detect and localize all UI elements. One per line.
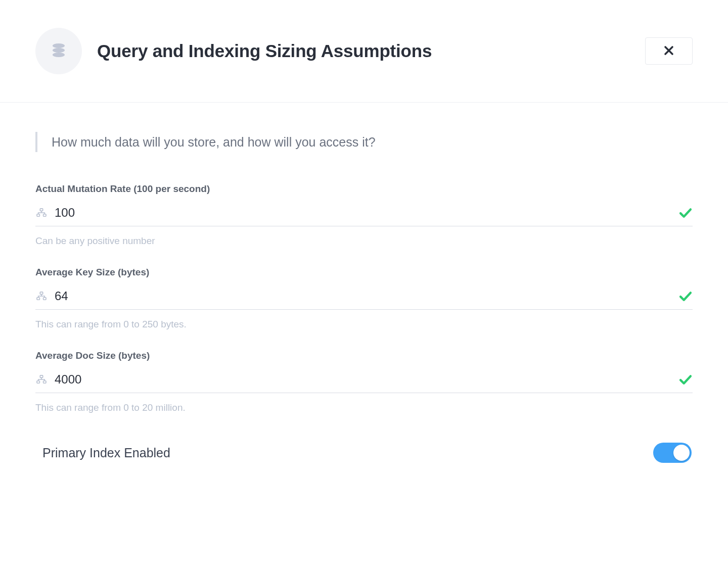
modal-body: How much data will you store, and how wi… bbox=[0, 103, 728, 492]
input-row bbox=[35, 202, 693, 226]
field-hint-mutation-rate: Can be any positive number bbox=[35, 235, 693, 247]
svg-rect-6 bbox=[40, 292, 42, 295]
field-label-avg-doc-size: Average Doc Size (bytes) bbox=[35, 350, 693, 361]
check-icon bbox=[678, 207, 693, 219]
database-icon bbox=[35, 28, 82, 74]
sitemap-icon bbox=[35, 291, 48, 301]
close-button[interactable] bbox=[645, 37, 693, 65]
header-left: Query and Indexing Sizing Assumptions bbox=[35, 28, 432, 74]
svg-point-1 bbox=[53, 48, 65, 53]
field-mutation-rate: Actual Mutation Rate (100 per second) bbox=[35, 183, 693, 247]
svg-rect-7 bbox=[37, 298, 39, 300]
svg-rect-8 bbox=[43, 298, 46, 300]
avg-doc-size-input[interactable] bbox=[55, 371, 671, 388]
svg-rect-3 bbox=[40, 209, 42, 211]
intro-text: How much data will you store, and how wi… bbox=[52, 133, 693, 151]
field-avg-doc-size: Average Doc Size (bytes) T bbox=[35, 350, 693, 413]
input-row bbox=[35, 285, 693, 310]
svg-point-2 bbox=[53, 53, 65, 57]
toggle-label-primary-index: Primary Index Enabled bbox=[42, 446, 170, 460]
svg-rect-5 bbox=[43, 214, 46, 217]
svg-point-0 bbox=[53, 43, 65, 48]
field-hint-avg-key-size: This can range from 0 to 250 bytes. bbox=[35, 319, 693, 330]
sitemap-icon bbox=[35, 208, 48, 218]
avg-key-size-input[interactable] bbox=[55, 288, 671, 304]
input-row bbox=[35, 368, 693, 393]
field-label-mutation-rate: Actual Mutation Rate (100 per second) bbox=[35, 183, 693, 195]
field-hint-avg-doc-size: This can range from 0 to 20 million. bbox=[35, 402, 693, 413]
field-label-avg-key-size: Average Key Size (bytes) bbox=[35, 267, 693, 278]
mutation-rate-input[interactable] bbox=[55, 205, 671, 221]
close-icon bbox=[664, 43, 674, 59]
sizing-assumptions-modal: Query and Indexing Sizing Assumptions Ho… bbox=[0, 0, 728, 492]
svg-rect-10 bbox=[37, 381, 39, 384]
intro-block: How much data will you store, and how wi… bbox=[35, 132, 693, 152]
svg-rect-9 bbox=[40, 375, 42, 378]
sitemap-icon bbox=[35, 374, 48, 385]
modal-header: Query and Indexing Sizing Assumptions bbox=[0, 0, 728, 103]
svg-rect-11 bbox=[43, 381, 46, 384]
page-title: Query and Indexing Sizing Assumptions bbox=[97, 41, 432, 61]
primary-index-toggle[interactable] bbox=[653, 443, 692, 463]
toggle-row-primary-index: Primary Index Enabled bbox=[35, 434, 693, 472]
field-avg-key-size: Average Key Size (bytes) T bbox=[35, 267, 693, 330]
check-icon bbox=[678, 290, 693, 302]
svg-rect-4 bbox=[37, 214, 39, 217]
check-icon bbox=[678, 373, 693, 386]
toggle-knob bbox=[673, 445, 690, 461]
